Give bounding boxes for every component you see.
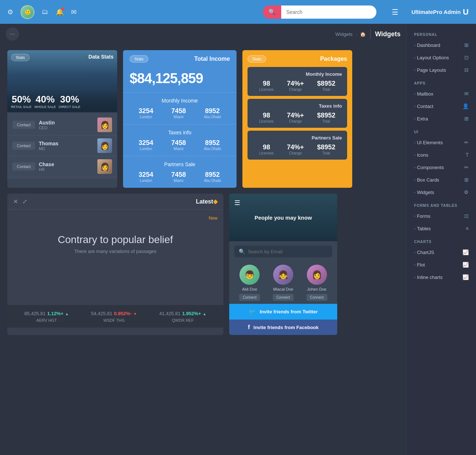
income-stat-label-miami-1: Miami [171,115,186,119]
sidebar-item-mailbox[interactable]: ‹ Mailbox ✉ [407,87,476,100]
layout-options-icon: ⊡ [464,55,469,60]
sidebar-section-apps: APPS [407,76,476,87]
invite-twitter-button[interactable]: 🐦 Invite friends from Twitter [229,304,337,320]
invite-twitter-label: Invite friends from Twitter [260,309,318,314]
sidebar-label-forms: Forms [417,213,431,219]
search-bar: 🔍 [263,5,376,19]
sidebar-item-icons[interactable]: ‹ Icons T [407,149,476,161]
income-section-title-1: Monthly Income [130,98,230,104]
sidebar-item-contact[interactable]: ‹ Contact 👤 [407,100,476,112]
hamburger-people-icon[interactable]: ☰ [234,199,240,207]
expand-icon[interactable]: ⤢ [22,198,27,205]
income-stats-2: 3254 London 7458 Miami 8952 Abu Dhabi [130,139,230,151]
sidebar-item-ui-elements[interactable]: ‹ UI Elements ✏ [407,136,476,149]
search-input[interactable] [281,5,376,19]
pkg-stat-lic-3: 98 Licenses [259,143,274,155]
sidebar-item-forms[interactable]: ‹ Forms ⊡ [407,210,476,222]
sidebar-item-dashboard[interactable]: ‹ Dashboard ⊞ [407,39,476,51]
chevron-icon-dashboard: ‹ [414,43,416,47]
close-icon[interactable]: ✕ [13,198,18,205]
sidebar-item-box-cards[interactable]: ‹ Box Cards ⊞ [407,174,476,186]
income-stats-1: 3254 London 7458 Miami 8952 Abu Dhabi [130,107,230,119]
income-badge: Stats [130,55,148,63]
chevron-icon-box-cards: ‹ [414,178,416,182]
sidebar-item-layout-options[interactable]: ‹ Layout Options ⊡ [407,51,476,64]
contact-btn-austin[interactable]: Contact [12,121,35,129]
breadcrumb: Widgets - 🏠 [335,31,366,37]
sidebar-label-widgets: Widgets [417,190,434,195]
people-title: People you may know [254,215,312,221]
contact-btn-thomas[interactable]: Contact [12,142,35,150]
dots-button[interactable]: ··· [6,27,19,41]
person-name-miacal: Miacal Doe [273,287,294,291]
contact-info-thomas: Thomas MD [39,141,59,151]
contact-avatar-thomas: 👩 [97,138,112,153]
income-section-2: Taxes info 3254 London 7458 Miami 8952 A [123,124,237,156]
package-sub-title-1: Monthly Income [253,71,342,77]
latest-card: ✕ ⤢ Latest◆ New Contrary to popular beli… [7,194,223,335]
connect-btn-johen[interactable]: Connect [306,294,327,301]
sidebar-item-flot[interactable]: ‹ Flot 📈 [407,258,476,271]
ds-title: Data Stats [89,54,114,60]
sidebar-item-tables[interactable]: ‹ Tables ≡ [407,222,476,235]
task-icon[interactable]: 🗂 [42,8,48,15]
latest-title: Latest◆ [196,198,217,205]
page-title: Widgets [375,30,401,38]
mailbox-icon: ✉ [464,91,469,97]
stock-price-qwdr: 41,425.81 1.952%+ ▲ [159,310,206,317]
person-name-johen: Johen Doe [306,287,327,291]
ds-percent-label-2: WHOLE SALE [34,105,56,109]
ds-percent-2: 40% WHOLE SALE [34,94,56,109]
icons-icon: T [465,152,469,158]
ds-percent-row: 50% RETAIL SALE 40% WHOLE SALE 30% DIREC… [11,94,80,109]
ds-percent-3: 30% DIRECT SALE [59,94,81,109]
sidebar-label-chartjs: ChartJS [417,250,434,255]
connect-btn-miacal[interactable]: Connect [273,294,294,301]
ds-percent-num-3: 30% [59,94,81,105]
pkg-stat-tot-3: $8952 Total [317,143,335,155]
income-section-title-3: Partners Sale [130,161,230,167]
person-item-johen: 👩 Johen Doe Connect [306,265,327,301]
ds-percent-num-2: 40% [34,94,56,105]
facebook-icon: f [248,324,250,331]
chevron-icon-chartjs: ‹ [414,250,416,254]
sidebar-item-components[interactable]: ‹ Components ✏ [407,161,476,174]
people-search-input[interactable] [248,249,328,254]
forms-icon: ⊡ [464,213,469,219]
breadcrumb-home-icon[interactable]: 🏠 [360,31,366,37]
search-button[interactable]: 🔍 [263,5,281,19]
settings-icon[interactable]: ⚙ [7,8,13,16]
chevron-icon-layout: ‹ [414,55,416,60]
income-stat-num-miami-1: 7458 [171,107,186,115]
chevron-icon-contact: ‹ [414,104,416,108]
invite-facebook-label: Invite friends from Facebook [253,325,319,330]
sidebar-section-ui: UI [407,125,476,136]
stock-name-wsdf: WSDF THG [91,318,137,322]
income-section-title-2: Taxes info [130,130,230,135]
sidebar-label-extra: Extra [417,116,428,122]
invite-facebook-button[interactable]: f Invite friends from Facebook [229,320,337,335]
income-amount: $84,125,859 [123,65,237,92]
contact-row-chase: Contact Chase HR 👩 [7,156,117,177]
package-sub-title-2: Taxes info [253,103,342,109]
people-card: ☰ People you may know 🔍 👦 Akli Doe Conne… [229,194,337,335]
contact-info-chase: Chase HR [39,161,54,172]
sidebar-item-widgets[interactable]: ‹ Widgets ⚙ [407,186,476,198]
latest-headline: Contrary to popular belief [13,234,217,246]
contact-btn-chase[interactable]: Contact [12,163,35,171]
user-avatar[interactable]: 🙂 [21,5,34,19]
income-title: Total Income [194,56,230,62]
sidebar-label-ui-elements: UI Elements [417,140,443,145]
hamburger-icon[interactable]: ☰ [392,8,398,16]
sidebar-item-extra[interactable]: ‹ Extra ⊞ [407,112,476,125]
mail-icon[interactable]: ✉ [71,8,77,16]
sidebar-item-page-layouts[interactable]: ‹ Page Layouts ⊟ [407,64,476,76]
sidebar-item-chartjs[interactable]: ‹ ChartJS 📈 [407,246,476,258]
connect-btn-akli[interactable]: Connect [239,294,260,301]
chevron-icon-widgets: ‹ [414,190,416,194]
arrow-up-icon-2: ▲ [203,312,207,316]
main-layout: ··· Widgets - 🏠 Widgets Stats Data Stats [0,24,476,455]
arrow-up-icon-1: ▲ [65,312,69,316]
sidebar-item-inline-charts[interactable]: ‹ Inline charts 📈 [407,271,476,283]
sidebar-section-charts: CHARTS [407,235,476,246]
